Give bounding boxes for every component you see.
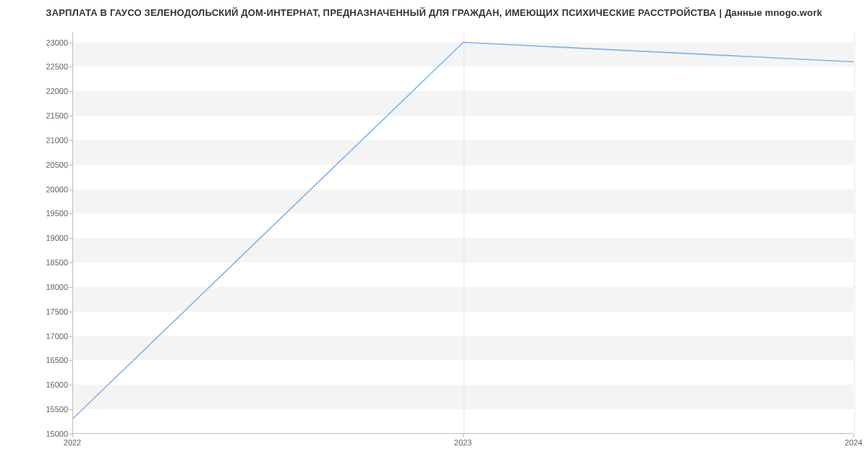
y-tick-label: 16000 [25, 380, 68, 389]
y-tick-label: 17500 [25, 307, 68, 316]
x-gridline [854, 33, 855, 433]
x-tick-label: 2024 [845, 438, 862, 447]
y-tick-label: 19500 [25, 209, 68, 218]
y-tick-label: 22500 [25, 62, 68, 71]
y-tick-label: 21500 [25, 111, 68, 120]
y-tick-mark [69, 116, 72, 116]
y-tick-mark [69, 140, 72, 141]
y-tick-mark [69, 312, 72, 312]
y-tick-label: 17000 [25, 332, 68, 341]
y-tick-mark [69, 165, 72, 166]
y-tick-label: 22000 [25, 87, 68, 95]
chart-title: ЗАРПЛАТА В ГАУСО ЗЕЛЕНОДОЛЬСКИЙ ДОМ-ИНТЕ… [0, 7, 868, 18]
y-tick-label: 19000 [25, 234, 68, 242]
y-tick-mark [69, 238, 72, 239]
y-tick-mark [69, 91, 72, 92]
y-tick-label: 16500 [25, 356, 68, 364]
plot-area [72, 33, 854, 434]
y-tick-mark [69, 189, 72, 190]
chart-container: ЗАРПЛАТА В ГАУСО ЗЕЛЕНОДОЛЬСКИЙ ДОМ-ИНТЕ… [0, 0, 868, 470]
y-tick-mark [69, 336, 72, 337]
series-line [73, 43, 854, 419]
x-tick-mark [854, 434, 854, 437]
y-tick-mark [69, 43, 72, 43]
y-tick-label: 21000 [25, 136, 68, 145]
x-tick-label: 2023 [454, 438, 472, 447]
y-tick-label: 20500 [25, 161, 68, 169]
x-tick-label: 2022 [64, 438, 81, 447]
line-layer [73, 33, 854, 433]
y-tick-mark [69, 67, 72, 67]
y-tick-label: 15500 [25, 405, 68, 414]
y-tick-label: 18000 [25, 283, 68, 291]
x-tick-mark [463, 434, 464, 437]
y-tick-mark [69, 262, 72, 263]
y-tick-mark [69, 385, 72, 385]
y-tick-mark [69, 213, 72, 214]
y-tick-mark [69, 409, 72, 410]
y-tick-label: 23000 [25, 38, 68, 47]
y-tick-label: 15000 [25, 430, 68, 438]
x-tick-mark [72, 434, 73, 437]
y-tick-mark [69, 360, 72, 361]
y-tick-label: 20000 [25, 185, 68, 194]
y-tick-label: 18500 [25, 258, 68, 267]
y-tick-mark [69, 287, 72, 288]
